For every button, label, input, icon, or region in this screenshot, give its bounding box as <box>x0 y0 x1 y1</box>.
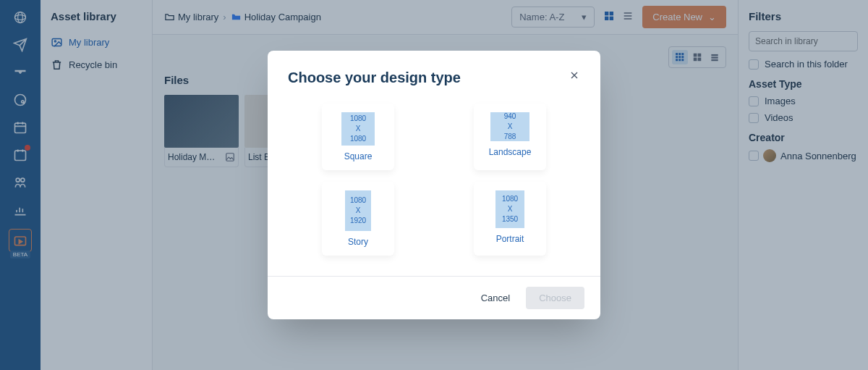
close-icon <box>569 70 580 81</box>
modal-title: Choose your design type <box>288 70 461 86</box>
close-button[interactable] <box>569 70 580 85</box>
design-option-story[interactable]: 1080 X 1920 Story <box>322 182 394 256</box>
design-preview: 1080 X 1080 <box>341 112 375 146</box>
design-preview: 1080 X 1350 <box>495 190 524 228</box>
cancel-button[interactable]: Cancel <box>474 287 517 309</box>
design-option-portrait[interactable]: 1080 X 1350 Portrait <box>474 182 546 256</box>
design-option-landscape[interactable]: 940 X 788 Landscape <box>474 104 546 170</box>
design-type-modal: Choose your design type 1080 X 1080 Squa… <box>268 51 600 319</box>
design-preview: 1080 X 1920 <box>345 190 371 231</box>
modal-overlay[interactable]: Choose your design type 1080 X 1080 Squa… <box>0 0 868 370</box>
design-label: Landscape <box>489 147 532 157</box>
design-label: Portrait <box>496 234 524 244</box>
choose-button[interactable]: Choose <box>526 287 584 309</box>
design-label: Story <box>348 237 368 247</box>
design-preview: 940 X 788 <box>490 112 529 141</box>
design-label: Square <box>344 151 373 161</box>
design-option-square[interactable]: 1080 X 1080 Square <box>322 104 394 170</box>
